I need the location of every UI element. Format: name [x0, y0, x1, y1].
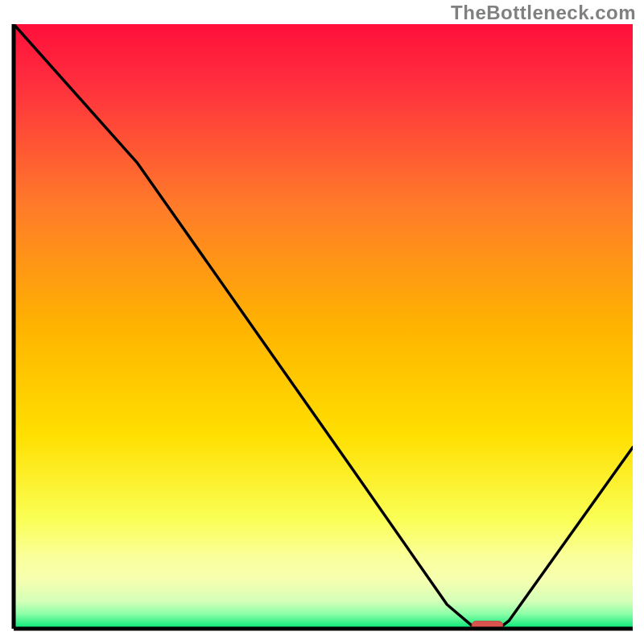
- watermark-text: TheBottleneck.com: [451, 2, 636, 24]
- bottleneck-chart: [11, 24, 633, 633]
- heatmap-gradient: [14, 24, 633, 629]
- chart-stage: TheBottleneck.com: [0, 0, 644, 644]
